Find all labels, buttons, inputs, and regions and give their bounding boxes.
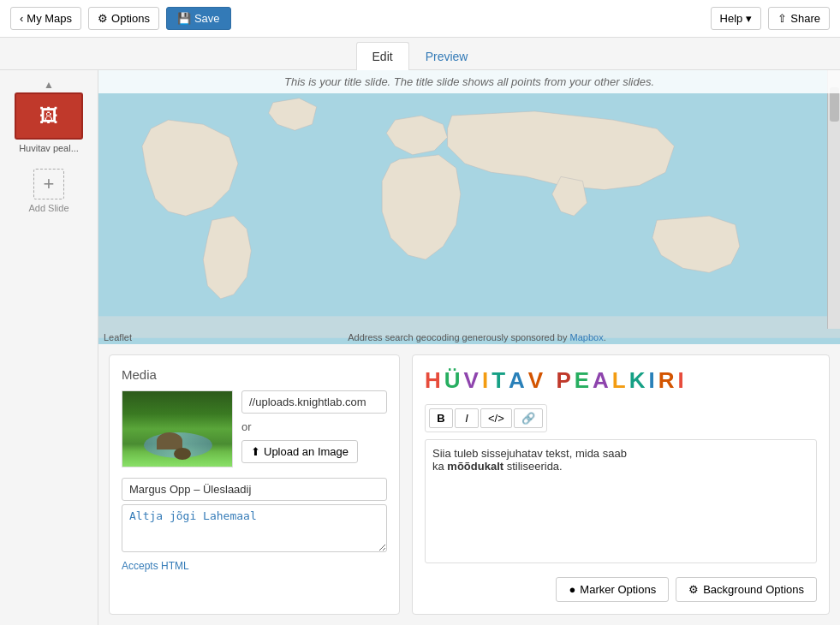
- accepts-text: Accepts: [122, 560, 161, 572]
- bold-button[interactable]: B: [429, 408, 453, 428]
- title-letter-1: Ü: [444, 367, 462, 394]
- map-title-text: This is your title slide. The title slid…: [284, 75, 654, 88]
- html-link[interactable]: HTML: [161, 560, 189, 572]
- editor-content-area[interactable]: Siia tuleb sissejuhatav tekst, mida saab…: [425, 439, 817, 563]
- my-maps-label: My Maps: [27, 12, 72, 25]
- or-label: or: [241, 420, 387, 433]
- main-layout: ▲ 🖼 Huvitav peal... + Add Slide This is …: [0, 70, 840, 625]
- chevron-left-icon: ‹: [20, 12, 23, 25]
- plus-icon: +: [33, 169, 64, 199]
- title-letter-10: A: [593, 367, 611, 394]
- title-letter-11: L: [612, 367, 628, 394]
- slide-item-1[interactable]: 🖼 Huvitav peal...: [15, 92, 83, 153]
- map-container: This is your title slide. The title slid…: [98, 70, 840, 344]
- body-text-line1: Siia tuleb sissejuhatav tekst, mida saab: [432, 447, 627, 460]
- title-letter-9: E: [575, 367, 591, 394]
- upload-icon: ⬆: [251, 445, 260, 458]
- save-label: Save: [194, 12, 220, 25]
- background-options-button[interactable]: ⚙ Background Options: [676, 577, 817, 602]
- title-letter-7: [546, 367, 554, 394]
- body-bold-text: mõõdukalt: [447, 460, 503, 473]
- media-section-title: Media: [122, 367, 387, 382]
- share-label: Share: [790, 12, 820, 25]
- marker-icon: ●: [569, 583, 575, 596]
- map-title-banner: This is your title slide. The title slid…: [98, 70, 840, 93]
- media-row: or ⬆ Upload an Image: [122, 390, 387, 467]
- leaflet-label: Leaflet: [104, 332, 132, 342]
- bg-options-label: Background Options: [703, 583, 804, 596]
- editor-toolbar: B I </> 🔗: [425, 404, 547, 432]
- sidebar: ▲ 🖼 Huvitav peal... + Add Slide: [0, 70, 98, 625]
- title-letter-0: H: [425, 367, 443, 394]
- map-scrollbar[interactable]: [827, 70, 840, 329]
- slide-label: Huvitav peal...: [19, 143, 79, 153]
- media-url-row: or ⬆ Upload an Image: [241, 390, 387, 463]
- title-letter-15: I: [678, 367, 686, 394]
- marker-options-button[interactable]: ● Marker Options: [556, 577, 669, 602]
- tab-edit[interactable]: Edit: [356, 42, 409, 70]
- title-letter-8: P: [556, 367, 572, 394]
- mapbox-link[interactable]: Mapbox: [570, 332, 604, 342]
- my-maps-button[interactable]: ‹ My Maps: [10, 7, 81, 30]
- italic-button[interactable]: I: [455, 408, 479, 428]
- title-letter-3: I: [482, 367, 490, 394]
- options-button[interactable]: ⚙ Options: [88, 7, 159, 30]
- upload-label: Upload an Image: [264, 445, 349, 458]
- media-url-input[interactable]: [241, 390, 387, 414]
- content-area: This is your title slide. The title slid…: [98, 70, 840, 625]
- image-icon: 🖼: [39, 105, 58, 128]
- marker-options-label: Marker Options: [580, 583, 656, 596]
- slide-title-display: HÜVITAV PEALKIRI: [425, 367, 817, 394]
- sponsor-text: Address search geocoding generously spon…: [348, 332, 569, 342]
- map-attribution: Leaflet Address search geocoding generou…: [98, 330, 840, 344]
- slide-thumbnail[interactable]: 🖼: [15, 92, 83, 140]
- help-button[interactable]: Help ▾: [711, 7, 762, 30]
- nav-right: Help ▾ ⇧ Share: [711, 7, 830, 30]
- title-panel: HÜVITAV PEALKIRI B I </> 🔗 Siia tuleb si…: [412, 354, 830, 615]
- title-letter-4: T: [491, 367, 507, 394]
- tab-preview-label: Preview: [426, 50, 468, 63]
- nav-left: ‹ My Maps ⚙ Options 💾 Save: [10, 7, 231, 30]
- settings-icon: ⚙: [688, 583, 699, 596]
- help-label: Help: [720, 12, 743, 25]
- media-panel: Media or ⬆ Upload an Image: [109, 354, 400, 615]
- title-letter-12: K: [629, 367, 647, 394]
- share-icon: ⇧: [777, 12, 787, 25]
- title-letter-2: V: [464, 367, 480, 394]
- tabs-bar: Edit Preview: [0, 38, 840, 70]
- title-letter-13: I: [649, 367, 657, 394]
- body-text-line2-prefix: ka: [432, 460, 447, 473]
- top-nav: ‹ My Maps ⚙ Options 💾 Save Help ▾ ⇧ Shar…: [0, 0, 840, 38]
- media-caption-textarea[interactable]: Altja jõgi Lahemaal: [122, 504, 387, 552]
- add-slide-label: Add Slide: [28, 203, 69, 213]
- link-button[interactable]: 🔗: [514, 408, 543, 428]
- upload-image-button[interactable]: ⬆ Upload an Image: [241, 440, 358, 463]
- add-slide-button[interactable]: + Add Slide: [28, 169, 69, 213]
- options-label: Options: [111, 12, 150, 25]
- bottom-panel: Media or ⬆ Upload an Image: [98, 344, 840, 625]
- accepts-html-label: Accepts HTML: [122, 560, 387, 572]
- save-button[interactable]: 💾 Save: [166, 7, 231, 30]
- tab-edit-label: Edit: [372, 50, 393, 63]
- save-icon: 💾: [177, 12, 191, 25]
- bottom-actions: ● Marker Options ⚙ Background Options: [425, 577, 817, 602]
- share-button[interactable]: ⇧ Share: [768, 7, 830, 30]
- media-image: [122, 390, 233, 467]
- gear-icon: ⚙: [98, 12, 108, 25]
- chevron-down-icon: ▾: [746, 12, 752, 25]
- title-letter-5: A: [509, 367, 527, 394]
- tab-preview[interactable]: Preview: [409, 42, 485, 70]
- body-text-line2-suffix: stiliseerida.: [503, 460, 563, 473]
- media-credit-input[interactable]: [122, 478, 387, 501]
- title-letter-6: V: [528, 367, 545, 394]
- title-letter-14: R: [658, 367, 676, 394]
- map-sponsor: Address search geocoding generously spon…: [132, 332, 822, 342]
- scroll-up-button[interactable]: ▲: [0, 77, 98, 92]
- world-map: [98, 70, 840, 344]
- code-button[interactable]: </>: [480, 408, 512, 428]
